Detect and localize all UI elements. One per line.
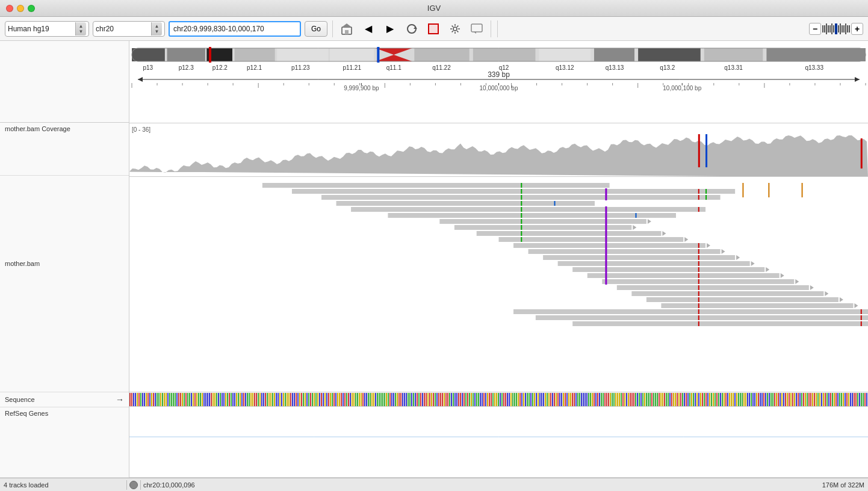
separator-1: [332, 20, 333, 37]
chromosome-input[interactable]: chr20 ▲▼: [93, 21, 165, 37]
overview-label: [0, 41, 129, 123]
chromosome-value: chr20: [96, 25, 151, 33]
roi-button[interactable]: [424, 21, 442, 37]
sequence-label: Sequence: [5, 396, 35, 403]
zoom-in-button[interactable]: +: [851, 23, 863, 35]
coverage-label: mother.bam Coverage: [5, 125, 70, 132]
load-button[interactable]: [338, 21, 356, 37]
window-controls: [6, 5, 35, 12]
reads-label: mother.bam: [5, 260, 40, 267]
reads-label-row: mother.bam: [0, 176, 129, 392]
sequence-canvas: [129, 392, 868, 407]
chat-button[interactable]: [468, 21, 486, 37]
svg-point-6: [453, 27, 457, 31]
svg-rect-7: [471, 24, 482, 32]
zoom-controls: − +: [809, 23, 863, 35]
main-area: mother.bam Coverage mother.bam Sequence …: [0, 41, 868, 478]
sequence-label-row: Sequence →: [0, 392, 129, 407]
forward-button[interactable]: ▶: [381, 21, 399, 37]
title-bar: IGV: [0, 0, 868, 17]
refseq-canvas: [129, 407, 868, 478]
zoom-out-button[interactable]: −: [809, 23, 821, 35]
track-label-panel: mother.bam Coverage mother.bam Sequence …: [0, 41, 129, 478]
settings-button[interactable]: [446, 21, 464, 37]
status-left: 4 tracks loaded: [4, 481, 124, 489]
svg-rect-2: [345, 30, 349, 34]
refseq-track[interactable]: [129, 407, 868, 478]
svg-marker-3: [414, 26, 417, 29]
svg-marker-1: [342, 23, 352, 27]
svg-rect-5: [429, 24, 438, 34]
toolbar: Human hg19 ▲▼ chr20 ▲▼ chr20:9,999,830-1…: [0, 17, 868, 41]
close-button[interactable]: [6, 5, 13, 12]
sequence-arrow: →: [116, 395, 124, 404]
coverage-label-row: mother.bam Coverage: [0, 123, 129, 176]
sequence-track[interactable]: [129, 392, 868, 407]
reads-track[interactable]: [129, 177, 868, 392]
status-bar: 4 tracks loaded chr20:10,000,096 176M of…: [0, 478, 868, 491]
locus-input[interactable]: chr20:9,999,830-10,000,170: [169, 21, 301, 37]
zoom-slider[interactable]: [822, 23, 850, 34]
coverage-canvas: [129, 123, 868, 176]
chromosome-overview[interactable]: [129, 41, 868, 123]
tracks-loaded: 4 tracks loaded: [4, 481, 49, 489]
status-coordinate: chr20:10,000,096: [143, 481, 195, 489]
back-button[interactable]: ◀: [359, 21, 377, 37]
status-indicator: [129, 481, 138, 489]
coverage-track[interactable]: [129, 123, 868, 176]
refseq-label-row: RefSeq Genes: [0, 407, 129, 478]
app-title: IGV: [427, 4, 441, 13]
locus-value: chr20:9,999,830-10,000,170: [173, 25, 264, 33]
status-divider-2: [140, 480, 141, 490]
memory-usage: 176M of 322M: [822, 481, 864, 489]
separator-3: [497, 20, 498, 37]
refresh-button[interactable]: [403, 21, 421, 37]
chr-arrow[interactable]: ▲▼: [151, 22, 162, 36]
chromosome-canvas: [129, 41, 868, 123]
genome-select[interactable]: Human hg19 ▲▼: [5, 21, 89, 37]
track-view: [129, 41, 868, 478]
reads-canvas: [129, 177, 868, 392]
genome-arrow[interactable]: ▲▼: [75, 22, 86, 36]
minimize-button[interactable]: [17, 5, 24, 12]
separator-2: [491, 20, 491, 37]
genome-label: Human hg19: [8, 25, 75, 33]
refseq-label: RefSeq Genes: [5, 410, 48, 417]
maximize-button[interactable]: [28, 5, 35, 12]
status-divider-1: [126, 480, 127, 490]
go-button[interactable]: Go: [305, 21, 327, 37]
